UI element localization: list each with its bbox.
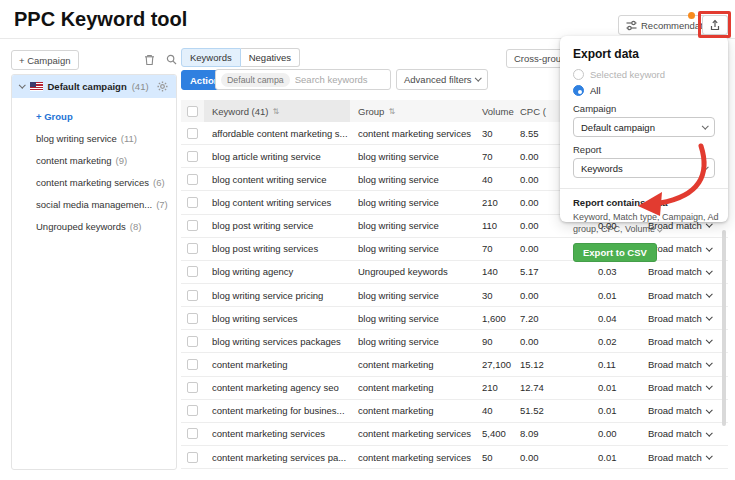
page-title: PPC Keyword tool — [14, 8, 187, 31]
group-cell: content marketing — [350, 377, 474, 399]
select-all-checkbox[interactable] — [187, 106, 198, 117]
row-checkbox[interactable] — [187, 197, 198, 208]
match-type-dropdown[interactable]: Broad match — [640, 330, 728, 352]
advanced-filters-button[interactable]: Advanced filters — [396, 69, 488, 90]
volume-cell: 90 — [474, 330, 514, 352]
add-group-button[interactable]: + Group — [12, 105, 176, 127]
group-name: Ungrouped keywords — [36, 221, 126, 232]
match-type-dropdown[interactable]: Broad match — [640, 377, 728, 399]
campaign-select[interactable]: Default campaign — [573, 117, 715, 137]
group-count: (11) — [121, 133, 137, 144]
cpc-cell: 7.20 — [514, 307, 590, 329]
sidebar-group-item[interactable]: social media managemen...(7) — [12, 193, 176, 215]
match-type-dropdown[interactable]: Broad match — [640, 423, 728, 445]
row-checkbox[interactable] — [187, 290, 198, 301]
radio-selected-keyword[interactable]: Selected keyword — [573, 69, 715, 80]
match-type-label: Broad match — [648, 359, 702, 370]
radio-icon[interactable] — [573, 69, 584, 80]
keyword-cell: blog content writing services — [204, 191, 350, 213]
group-cell: Ungrouped keywords — [350, 261, 474, 283]
match-type-dropdown[interactable]: Broad match — [640, 446, 728, 468]
match-type-dropdown[interactable]: Broad match — [640, 307, 728, 329]
search-input[interactable] — [295, 74, 385, 85]
cpc-cell: 15.12 — [514, 353, 590, 375]
match-type-dropdown[interactable]: Broad match — [640, 353, 728, 375]
radio-all[interactable]: All — [573, 85, 715, 96]
campaign-filter-chip[interactable]: Default campa — [221, 73, 290, 87]
sort-icon[interactable]: ⇅ — [388, 107, 395, 116]
campaign-row-default[interactable]: Default campaign (41) — [12, 75, 176, 98]
row-checkbox[interactable] — [187, 220, 198, 231]
radio-selected-icon[interactable] — [573, 85, 584, 96]
match-type-dropdown[interactable]: Broad match — [640, 400, 728, 422]
report-select-value: Keywords — [581, 163, 623, 174]
row-checkbox[interactable] — [187, 128, 198, 139]
chevron-down-icon — [706, 429, 712, 435]
volume-cell: 110 — [474, 215, 514, 237]
group-cell: blog writing service — [350, 215, 474, 237]
header-keyword[interactable]: Keyword (41)⇅ — [204, 100, 350, 122]
cpc-cell: 5.17 — [514, 261, 590, 283]
tab-negatives[interactable]: Negatives — [241, 48, 300, 67]
vertical-scrollbar[interactable] — [722, 230, 726, 426]
row-checkbox[interactable] — [187, 243, 198, 254]
tab-negatives-label: Negatives — [249, 52, 291, 63]
row-checkbox[interactable] — [187, 266, 198, 277]
group-cell: blog writing service — [350, 145, 474, 167]
report-select[interactable]: Keywords — [573, 158, 715, 178]
group-cell: content marketing services — [350, 423, 474, 445]
volume-cell: 40 — [474, 168, 514, 190]
keyword-search-field[interactable]: Default campa — [215, 69, 391, 90]
expand-icon[interactable] — [657, 227, 662, 232]
row-checkbox[interactable] — [187, 452, 198, 463]
export-icon — [709, 19, 721, 31]
header-volume[interactable]: Volume⇅ — [474, 100, 514, 122]
competition-cell: 0.04 — [590, 307, 640, 329]
delete-campaign-icon[interactable] — [144, 54, 155, 66]
export-to-csv-button[interactable]: Export to CSV — [573, 243, 657, 262]
header-group[interactable]: Group⇅ — [350, 100, 474, 122]
volume-cell: 70 — [474, 238, 514, 260]
keyword-cell: content marketing for busines... — [204, 400, 350, 422]
search-campaign-icon[interactable] — [166, 54, 177, 65]
volume-cell: 30 — [474, 122, 514, 144]
table-row: content marketing agency seocontent mark… — [181, 377, 728, 400]
contains-heading: Report contains data — [573, 197, 715, 208]
chevron-down-icon — [706, 383, 712, 389]
tab-keywords[interactable]: Keywords — [181, 48, 241, 67]
row-checkbox[interactable] — [187, 336, 198, 347]
row-checkbox[interactable] — [187, 359, 198, 370]
match-type-label: Broad match — [648, 290, 702, 301]
chevron-down-icon — [706, 452, 712, 458]
group-count: (8) — [130, 221, 142, 232]
volume-cell: 1,600 — [474, 307, 514, 329]
row-checkbox[interactable] — [187, 428, 198, 439]
match-type-dropdown[interactable]: Broad match — [640, 284, 728, 306]
campaign-tree: Default campaign (41) + Group blog writi… — [11, 74, 177, 470]
group-name: blog writing service — [36, 133, 117, 144]
group-name: content marketing services — [36, 177, 149, 188]
sort-icon[interactable]: ⇅ — [273, 107, 280, 116]
group-cell: blog writing service — [350, 238, 474, 260]
sidebar-group-item[interactable]: Ungrouped keywords(8) — [12, 215, 176, 237]
export-button[interactable] — [702, 15, 728, 35]
group-cell: blog writing service — [350, 168, 474, 190]
match-type-dropdown[interactable]: Broad match — [640, 261, 728, 283]
chevron-down-icon[interactable] — [19, 82, 25, 88]
match-type-label: Broad match — [648, 313, 702, 324]
row-checkbox[interactable] — [187, 405, 198, 416]
row-checkbox[interactable] — [187, 174, 198, 185]
sidebar-group-item[interactable]: content marketing services(6) — [12, 171, 176, 193]
row-checkbox[interactable] — [187, 151, 198, 162]
sidebar-group-item[interactable]: content marketing(9) — [12, 149, 176, 171]
campaign-settings-gear-icon[interactable] — [157, 81, 168, 92]
row-checkbox[interactable] — [187, 313, 198, 324]
export-to-csv-label: Export to CSV — [583, 247, 647, 258]
keyword-cell: content marketing agency seo — [204, 377, 350, 399]
header-volume-label: Volume — [482, 106, 514, 117]
sidebar-group-item[interactable]: blog writing service(11) — [12, 127, 176, 149]
row-checkbox[interactable] — [187, 382, 198, 393]
cross-group-label: Cross-group — [514, 53, 566, 64]
add-campaign-button[interactable]: + Campaign — [11, 50, 79, 70]
keyword-cell: blog post writing service — [204, 215, 350, 237]
